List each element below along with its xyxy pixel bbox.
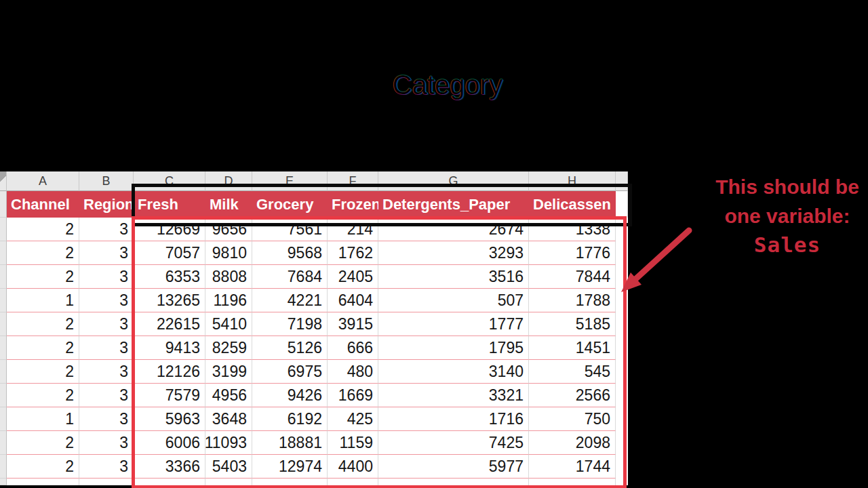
data-cell[interactable]: 2 [7,265,79,289]
data-cell[interactable]: 3 [79,360,134,384]
data-cell[interactable]: 2 [7,360,79,384]
data-cell[interactable]: 3 [79,407,134,431]
row-header[interactable] [0,312,7,336]
empty-cell[interactable] [7,479,79,485]
column-header-B[interactable]: B [79,171,134,191]
row-header[interactable] [0,241,7,265]
data-cell[interactable]: 3 [79,289,134,312]
annotation-text: This should be one variable: Sales [705,172,868,260]
row-header[interactable] [0,265,7,289]
row-header[interactable] [0,218,7,241]
sales-highlight-rect [132,216,627,488]
row-header[interactable] [0,384,7,407]
data-cell[interactable]: 3 [79,218,134,241]
data-cell[interactable]: 2 [7,336,79,360]
data-cell[interactable]: 3 [79,265,134,289]
data-cell[interactable]: 1 [7,289,79,312]
data-cell[interactable]: 2 [7,431,79,455]
annotation-line-1: This should be [705,172,868,201]
data-cell[interactable]: 3 [79,312,134,336]
annotation-line-sales: Sales [705,230,868,260]
data-cell[interactable]: 3 [79,336,134,360]
header-cell-region[interactable]: Region [79,191,134,218]
category-title: Category [312,70,583,100]
row-header[interactable] [0,360,7,384]
empty-cell[interactable] [79,479,134,485]
data-cell[interactable]: 2 [7,312,79,336]
data-cell[interactable]: 2 [7,455,79,479]
data-cell[interactable]: 2 [7,218,79,241]
data-cell[interactable]: 2 [7,241,79,265]
row-header[interactable] [0,336,7,360]
row-header[interactable] [0,289,7,312]
data-cell[interactable]: 2 [7,384,79,407]
data-cell[interactable]: 3 [79,241,134,265]
down-arrow-stem [380,108,386,167]
annotation-line-2: one variable: [705,201,868,230]
data-cell[interactable]: 3 [79,431,134,455]
data-cell[interactable]: 1 [7,407,79,431]
row-header[interactable] [0,407,7,431]
header-cell-channel[interactable]: Channel [7,191,79,218]
row-header[interactable] [0,479,7,485]
column-header-A[interactable]: A [7,171,79,191]
row-header[interactable] [0,431,7,455]
data-cell[interactable]: 3 [79,384,134,407]
row-header[interactable] [0,191,7,218]
select-all-corner[interactable] [0,171,7,191]
row-header[interactable] [0,455,7,479]
data-cell[interactable]: 3 [79,455,134,479]
